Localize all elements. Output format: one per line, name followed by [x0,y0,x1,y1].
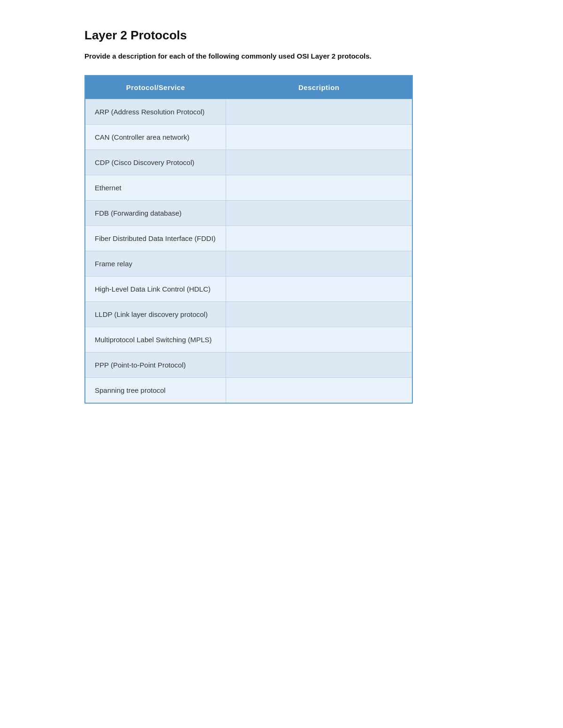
protocols-table: Protocol/Service Description ARP (Addres… [85,76,412,403]
protocol-cell: ARP (Address Resolution Protocol) [85,99,226,124]
description-cell[interactable] [226,276,412,301]
description-cell[interactable] [226,352,412,377]
table-header-row: Protocol/Service Description [85,76,412,99]
description-cell[interactable] [226,99,412,124]
protocol-cell: Spanning tree protocol [85,377,226,403]
table-row: LLDP (Link layer discovery protocol) [85,301,412,327]
protocol-cell: Fiber Distributed Data Interface (FDDI) [85,225,226,251]
table-row: CDP (Cisco Discovery Protocol) [85,150,412,175]
col-header-protocol: Protocol/Service [85,76,226,99]
description-cell[interactable] [226,301,412,327]
protocol-cell: Ethernet [85,175,226,200]
protocol-cell: FDB (Forwarding database) [85,200,226,225]
table-row: Ethernet [85,175,412,200]
protocol-cell: Frame relay [85,251,226,276]
description-cell[interactable] [226,225,412,251]
protocol-cell: High-Level Data Link Control (HDLC) [85,276,226,301]
description-cell[interactable] [226,175,412,200]
protocol-cell: CAN (Controller area network) [85,124,226,150]
protocols-table-wrapper: Protocol/Service Description ARP (Addres… [84,75,413,404]
table-row: Spanning tree protocol [85,377,412,403]
description-cell[interactable] [226,150,412,175]
table-row: CAN (Controller area network) [85,124,412,150]
col-header-description: Description [226,76,412,99]
protocol-cell: Multiprotocol Label Switching (MPLS) [85,327,226,352]
table-row: ARP (Address Resolution Protocol) [85,99,412,124]
table-row: Frame relay [85,251,412,276]
protocol-cell: LLDP (Link layer discovery protocol) [85,301,226,327]
protocol-cell: PPP (Point-to-Point Protocol) [85,352,226,377]
description-cell[interactable] [226,251,412,276]
table-row: Fiber Distributed Data Interface (FDDI) [85,225,412,251]
description-cell[interactable] [226,377,412,403]
description-cell[interactable] [226,200,412,225]
protocol-cell: CDP (Cisco Discovery Protocol) [85,150,226,175]
description-cell[interactable] [226,124,412,150]
table-row: FDB (Forwarding database) [85,200,412,225]
table-row: PPP (Point-to-Point Protocol) [85,352,412,377]
table-row: High-Level Data Link Control (HDLC) [85,276,412,301]
table-row: Multiprotocol Label Switching (MPLS) [85,327,412,352]
page-description: Provide a description for each of the fo… [84,51,413,62]
page-title: Layer 2 Protocols [84,28,479,43]
description-cell[interactable] [226,327,412,352]
